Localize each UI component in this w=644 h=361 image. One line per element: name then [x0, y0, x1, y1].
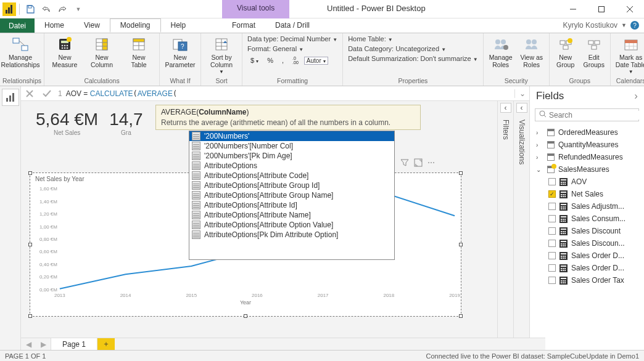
edit-groups-button[interactable]: Edit Groups — [580, 34, 608, 70]
svg-rect-1 — [8, 7, 10, 14]
new-table-button[interactable]: New Table — [121, 34, 157, 70]
chevron-left-icon[interactable]: ‹ — [500, 103, 511, 113]
field-item[interactable]: Sales Discoun... — [530, 237, 644, 249]
filter-icon[interactable] — [400, 158, 409, 169]
autocomplete-item[interactable]: AttributeOptions[Attribute Name] — [189, 210, 394, 220]
visualizations-panel[interactable]: ‹ Visualizations — [513, 101, 529, 338]
new-column-button[interactable]: New Column — [84, 34, 120, 70]
maximize-icon[interactable] — [587, 0, 616, 18]
svg-text:2017: 2017 — [318, 293, 329, 298]
field-item[interactable]: Sales Order Tax — [530, 274, 644, 286]
checkbox[interactable] — [548, 190, 556, 198]
checkbox[interactable] — [548, 240, 556, 247]
manage-roles-button[interactable]: Manage Roles — [486, 34, 516, 70]
close-icon[interactable] — [616, 0, 644, 18]
autocomplete-item[interactable]: AttributeOptions[Attribute Code] — [189, 171, 394, 180]
field-group[interactable]: ›RefundedMeasures — [530, 151, 644, 163]
datatype-dropdown[interactable]: Data type: Decimal Number ▼ — [245, 34, 340, 43]
measure-icon — [56, 36, 73, 53]
card-gra[interactable]: 14,7 Gra — [109, 110, 143, 136]
autocomplete-item[interactable]: AttributeOptions[Attribute Group Id] — [189, 180, 394, 190]
chevron-left-icon[interactable]: ‹ — [516, 103, 527, 113]
comma-icon[interactable]: , — [279, 55, 287, 65]
decimal-icon[interactable]: .0.00 — [289, 55, 302, 66]
checkbox[interactable] — [548, 252, 556, 259]
formula-commit-icon[interactable] — [38, 86, 56, 101]
new-parameter-button[interactable]: ?New Parameter — [162, 34, 198, 70]
summarization-dropdown[interactable]: Default Summarization: Don't summarize ▼ — [345, 54, 481, 63]
tab-view[interactable]: View — [74, 18, 110, 33]
filters-panel[interactable]: ‹ Filters — [497, 101, 513, 338]
manage-relationships-button[interactable]: Manage Relationships — [2, 34, 38, 70]
field-item[interactable]: Sales Order D... — [530, 262, 644, 274]
checkbox[interactable] — [548, 277, 556, 284]
tab-datadrill[interactable]: Data / Drill — [265, 18, 320, 33]
field-group[interactable]: ›OrderedMeasures — [530, 126, 644, 139]
tab-file[interactable]: Datei — [0, 18, 35, 33]
more-icon[interactable]: ⋯ — [427, 158, 435, 169]
formula-expand-icon[interactable]: ⌄ — [514, 89, 529, 98]
card-net-sales[interactable]: 5,64 €M Net Sales — [36, 110, 98, 136]
redo-icon[interactable] — [55, 2, 70, 17]
field-item[interactable]: Sales Order D... — [530, 249, 644, 262]
percent-icon[interactable]: % — [264, 55, 276, 65]
chevron-right-icon[interactable]: › — [634, 90, 638, 102]
tab-format[interactable]: Format — [222, 18, 265, 33]
field-item[interactable]: Net Sales — [530, 188, 644, 200]
currency-icon[interactable]: $ ▾ — [247, 55, 262, 65]
help-icon[interactable]: ? — [630, 21, 639, 30]
decimal-places[interactable]: Autor ▾ — [304, 57, 328, 65]
autocomplete-item[interactable]: '200Numbers'[Number Col] — [189, 141, 394, 151]
user-dropdown-icon[interactable]: ▼ — [621, 22, 627, 28]
qat-dropdown-icon[interactable]: ▼ — [71, 2, 86, 17]
checkbox[interactable] — [548, 215, 556, 222]
new-group-button[interactable]: New Group — [552, 34, 579, 70]
tab-help[interactable]: Help — [161, 18, 196, 33]
add-page-button[interactable]: ＋ — [97, 338, 115, 350]
tab-home[interactable]: Home — [35, 18, 74, 33]
minimize-icon[interactable] — [559, 0, 587, 18]
page-tab[interactable]: Page 1 — [51, 338, 97, 350]
checkbox[interactable] — [548, 203, 556, 210]
user-info[interactable]: Kyrylo Kostiukov ▼ ? — [563, 21, 639, 30]
mark-date-table-button[interactable]: Mark as Date Table▼ — [613, 34, 644, 76]
field-item[interactable]: Sales Consum... — [530, 213, 644, 225]
page-prev-icon[interactable]: ◀ — [21, 338, 36, 350]
format-dropdown[interactable]: Format: General ▼ — [245, 44, 340, 53]
autocomplete-item[interactable]: AttributeOptions[Pk Dim Attribute Option… — [189, 230, 394, 240]
field-item[interactable]: Sales Discount — [530, 225, 644, 237]
page-next-icon[interactable]: ▶ — [36, 338, 51, 350]
checkbox[interactable] — [548, 178, 556, 185]
formula-input[interactable]: 1AOV = CALCULATE(AVERAGE( — [56, 88, 514, 99]
autocomplete-item[interactable]: AttributeOptions — [189, 161, 394, 171]
autocomplete-item[interactable]: '200Numbers'[Pk Dim Age] — [189, 151, 394, 161]
search-input[interactable] — [549, 111, 642, 120]
checkbox[interactable] — [548, 227, 556, 235]
autocomplete-item[interactable]: '200Numbers' — [189, 131, 394, 141]
autocomplete-item[interactable]: AttributeOptions[Attribute Id] — [189, 200, 394, 210]
view-as-roles-button[interactable]: View as Roles — [517, 34, 547, 70]
field-group[interactable]: ›QuantityMeasures — [530, 139, 644, 151]
sort-by-column-button[interactable]: Sort by Column▼ — [204, 34, 239, 76]
data-category-dropdown[interactable]: Data Category: Uncategorized ▼ — [345, 44, 481, 53]
fields-search[interactable] — [535, 108, 639, 121]
formula-cancel-icon[interactable] — [21, 86, 38, 101]
svg-text:0,60 €M: 0,60 €M — [39, 249, 57, 254]
autocomplete-item[interactable]: AttributeOptions[Attribute Option Value] — [189, 220, 394, 230]
svg-rect-52 — [6, 98, 8, 102]
field-group[interactable]: ⌄SalesMeasures — [530, 163, 644, 176]
field-item[interactable]: Sales Adjustm... — [530, 200, 644, 213]
autocomplete-item[interactable]: AttributeOptions[Attribute Group Name] — [189, 190, 394, 200]
save-icon[interactable] — [23, 2, 38, 17]
tab-modeling[interactable]: Modeling — [110, 18, 161, 33]
home-table-dropdown[interactable]: Home Table: ▼ — [345, 34, 481, 43]
checkbox[interactable] — [548, 264, 556, 272]
autocomplete-dropdown[interactable]: '200Numbers''200Numbers'[Number Col]'200… — [189, 131, 395, 260]
new-measure-button[interactable]: New Measure — [47, 34, 83, 70]
table-icon — [192, 211, 200, 219]
focus-icon[interactable] — [414, 158, 423, 169]
undo-icon[interactable] — [39, 2, 54, 17]
field-item[interactable]: AOV — [530, 176, 644, 188]
table-icon — [192, 152, 200, 160]
report-view-icon[interactable] — [2, 89, 19, 106]
